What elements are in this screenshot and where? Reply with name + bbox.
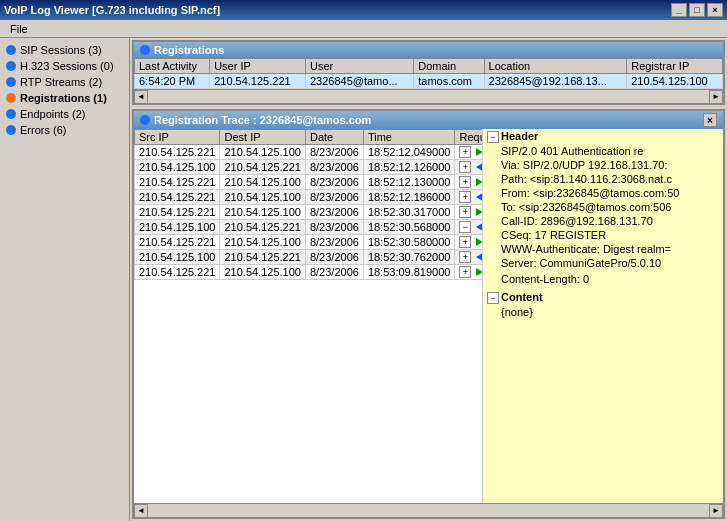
trace-close-button[interactable]: × (703, 113, 717, 127)
row-expand-btn[interactable]: + (459, 176, 471, 188)
tree-content-label: Content (501, 291, 719, 303)
col-dest-ip[interactable]: Dest IP (220, 130, 305, 145)
tree-expand-header[interactable]: − (487, 131, 499, 143)
row-expand-btn[interactable]: + (459, 251, 471, 263)
rtp-label: RTP Streams (2) (20, 76, 102, 88)
table-row[interactable]: 210.54.125.100 210.54.125.221 8/23/2006 … (135, 220, 484, 235)
header-field: SIP/2.0 401 Authentication re (499, 144, 723, 158)
registrations-panel: Registrations Last Activity User IP User… (132, 40, 725, 105)
cell-request: + REGISTER sip:tamos.com:5060 (455, 235, 483, 250)
col-src-ip[interactable]: Src IP (135, 130, 220, 145)
cell-dest-ip: 210.54.125.100 (220, 205, 305, 220)
trace-scroll-track[interactable] (148, 504, 709, 517)
endpoints-icon (6, 109, 16, 119)
sidebar-item-errors[interactable]: Errors (6) (0, 122, 129, 138)
cell-src-ip: 210.54.125.221 (135, 235, 220, 250)
trace-table: Src IP Dest IP Date Time Request/Respons… (134, 129, 483, 280)
table-row[interactable]: 210.54.125.100 210.54.125.221 8/23/2006 … (135, 160, 484, 175)
table-row[interactable]: 210.54.125.221 210.54.125.100 8/23/2006 … (135, 205, 484, 220)
sidebar-item-registrations[interactable]: Registrations (1) (0, 90, 129, 106)
row-expand-btn[interactable]: − (459, 221, 471, 233)
menu-bar: File (0, 20, 727, 38)
row-expand-btn[interactable]: + (459, 236, 471, 248)
trace-right[interactable]: − Header SIP/2.0 401 Authentication reVi… (483, 129, 723, 503)
header-field: Content-Length: 0 (499, 272, 723, 286)
header-field: CSeq: 17 REGISTER (499, 228, 723, 242)
h323-label: H.323 Sessions (0) (20, 60, 114, 72)
registrations-hscrollbar[interactable]: ◄ ► (134, 89, 723, 103)
table-row[interactable]: 210.54.125.100 210.54.125.221 8/23/2006 … (135, 250, 484, 265)
cell-src-ip: 210.54.125.100 (135, 220, 220, 235)
scroll-right-arrow[interactable]: ► (709, 90, 723, 104)
cell-dest-ip: 210.54.125.221 (220, 160, 305, 175)
sidebar-item-rtp-streams[interactable]: RTP Streams (2) (0, 74, 129, 90)
header-field: To: <sip:2326845@tamos.com:506 (499, 200, 723, 214)
cell-date: 8/23/2006 (305, 265, 363, 280)
cell-time: 18:53:09.819000 (363, 265, 455, 280)
table-row[interactable]: 210.54.125.221 210.54.125.100 8/23/2006 … (135, 175, 484, 190)
cell-request: + REGISTER sip:tamos.com:5060 (455, 205, 483, 220)
col-user-ip[interactable]: User IP (210, 59, 306, 74)
table-row[interactable]: 210.54.125.221 210.54.125.100 8/23/2006 … (135, 235, 484, 250)
sidebar-item-h323-sessions[interactable]: H.323 Sessions (0) (0, 58, 129, 74)
cell-time: 18:52:12.049000 (363, 145, 455, 160)
row-expand-btn[interactable]: + (459, 191, 471, 203)
col-location[interactable]: Location (484, 59, 627, 74)
col-registrar-ip[interactable]: Registrar IP (627, 59, 723, 74)
window-controls: _ □ × (671, 3, 723, 17)
minimize-button[interactable]: _ (671, 3, 687, 17)
header-field: Path: <sip:81.140.116.2:3068.nat.c (499, 172, 723, 186)
maximize-button[interactable]: □ (689, 3, 705, 17)
table-row[interactable]: 210.54.125.221 210.54.125.100 8/23/2006 … (135, 265, 484, 280)
registrations-panel-title: Registrations (134, 42, 723, 58)
cell-dest-ip: 210.54.125.100 (220, 235, 305, 250)
trace-left[interactable]: Src IP Dest IP Date Time Request/Respons… (134, 129, 483, 503)
registrations-label: Registrations (1) (20, 92, 107, 104)
col-date[interactable]: Date (305, 130, 363, 145)
sidebar-item-sip-sessions[interactable]: SIP Sessions (3) (0, 42, 129, 58)
sidebar-item-endpoints[interactable]: Endpoints (2) (0, 106, 129, 122)
row-expand-btn[interactable]: + (459, 146, 471, 158)
file-menu[interactable]: File (4, 21, 34, 37)
cell-src-ip: 210.54.125.221 (135, 205, 220, 220)
title-bar: VoIP Log Viewer [G.723 including SIP.ncf… (0, 0, 727, 20)
trace-scroll-left[interactable]: ◄ (134, 504, 148, 518)
cell-date: 8/23/2006 (305, 190, 363, 205)
row-expand-btn[interactable]: + (459, 266, 471, 278)
cell-user: 2326845@tamo... (305, 74, 413, 89)
cell-last-activity: 6:54:20 PM (135, 74, 210, 89)
col-time[interactable]: Time (363, 130, 455, 145)
tree-content-item: − Content (483, 290, 723, 305)
row-expand-btn[interactable]: + (459, 206, 471, 218)
table-row[interactable]: 210.54.125.221 210.54.125.100 8/23/2006 … (135, 190, 484, 205)
cell-dest-ip: 210.54.125.100 (220, 190, 305, 205)
col-domain[interactable]: Domain (414, 59, 484, 74)
cell-time: 18:52:12.126000 (363, 160, 455, 175)
col-request[interactable]: Request/Response (455, 130, 483, 145)
header-field: Via: SIP/2.0/UDP 192.168.131.70: (499, 158, 723, 172)
trace-panel: Registration Trace : 2326845@tamos.com ×… (132, 109, 725, 519)
scroll-left-arrow[interactable]: ◄ (134, 90, 148, 104)
col-user[interactable]: User (305, 59, 413, 74)
trace-hscrollbar[interactable]: ◄ ► (134, 503, 723, 517)
app-title: VoIP Log Viewer [G.723 including SIP.ncf… (4, 4, 220, 16)
endpoints-label: Endpoints (2) (20, 108, 85, 120)
cell-time: 18:52:30.762000 (363, 250, 455, 265)
registrations-title-icon (140, 45, 150, 55)
tree-expand-content[interactable]: − (487, 292, 499, 304)
cell-src-ip: 210.54.125.221 (135, 175, 220, 190)
row-expand-btn[interactable]: + (459, 161, 471, 173)
cell-time: 18:52:30.317000 (363, 205, 455, 220)
errors-label: Errors (6) (20, 124, 66, 136)
cell-request: + 200 OK (455, 250, 483, 265)
cell-dest-ip: 210.54.125.100 (220, 175, 305, 190)
registrations-table: Last Activity User IP User Domain Locati… (134, 58, 723, 89)
registrations-table-scroll[interactable]: Last Activity User IP User Domain Locati… (134, 58, 723, 89)
scroll-track[interactable] (148, 90, 709, 103)
close-button[interactable]: × (707, 3, 723, 17)
col-last-activity[interactable]: Last Activity (135, 59, 210, 74)
trace-scroll-right[interactable]: ► (709, 504, 723, 518)
table-row[interactable]: 210.54.125.221 210.54.125.100 8/23/2006 … (135, 145, 484, 160)
table-row[interactable]: 6:54:20 PM 210.54.125.221 2326845@tamo..… (135, 74, 723, 89)
cell-request: + 401 Authentication required (455, 160, 483, 175)
